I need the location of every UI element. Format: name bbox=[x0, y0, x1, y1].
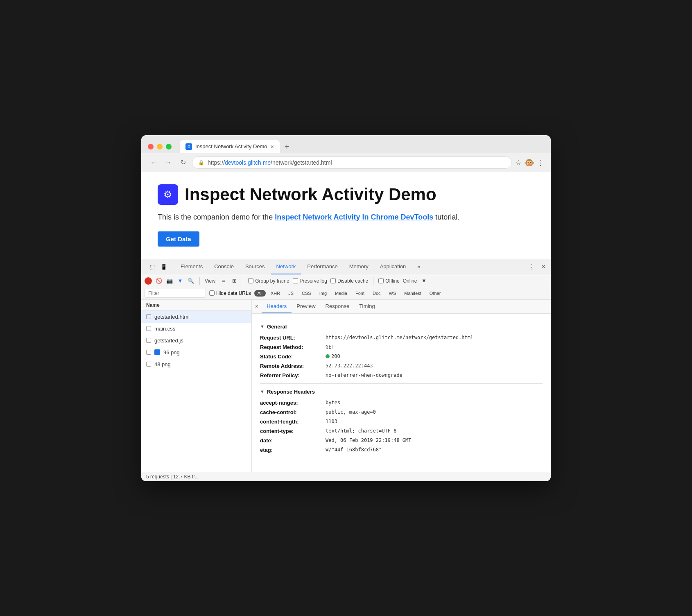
file-name: 96.png bbox=[163, 349, 180, 356]
tab-performance[interactable]: Performance bbox=[301, 259, 343, 274]
filter-tag-ws[interactable]: WS bbox=[386, 290, 400, 297]
devtools-more-icon[interactable]: ⋮ bbox=[526, 261, 536, 273]
address-bar: ← → ↻ 🔒 https://devtools.glitch.me/netwo… bbox=[141, 153, 551, 172]
details-close-icon[interactable]: × bbox=[255, 303, 258, 310]
section-divider bbox=[260, 383, 543, 384]
search-icon[interactable]: 🔍 bbox=[187, 277, 194, 285]
tab-elements[interactable]: Elements bbox=[175, 259, 208, 274]
detail-value-status: 200 bbox=[326, 353, 340, 360]
filter-tag-js[interactable]: JS bbox=[285, 290, 297, 297]
file-name: main.css bbox=[154, 326, 175, 332]
details-tab-headers[interactable]: Headers bbox=[262, 300, 292, 313]
list-item[interactable]: main.css bbox=[141, 323, 251, 335]
subtitle-after: tutorial. bbox=[435, 213, 459, 221]
record-button[interactable] bbox=[145, 277, 152, 285]
page-title: Inspect Network Activity Demo bbox=[185, 185, 436, 204]
response-headers-toggle[interactable]: ▼ bbox=[260, 389, 265, 394]
detail-row-content-length: content-length: 1103 bbox=[260, 417, 543, 426]
url-path: /network/getstarted.html bbox=[271, 159, 332, 166]
detail-value-etag: W/"44f-168bf8cd768" bbox=[326, 447, 382, 453]
tab-sources[interactable]: Sources bbox=[240, 259, 271, 274]
tab-close-icon[interactable]: × bbox=[271, 144, 274, 149]
detail-value-cache-control: public, max-age=0 bbox=[326, 409, 376, 415]
window-controls bbox=[148, 144, 172, 149]
filter-tag-media[interactable]: Media bbox=[332, 290, 351, 297]
menu-icon[interactable]: ⋮ bbox=[537, 158, 544, 167]
detail-value-method: GET bbox=[326, 344, 335, 350]
tutorial-link[interactable]: Inspect Network Activity In Chrome DevTo… bbox=[275, 213, 433, 221]
disable-cache-checkbox[interactable]: Disable cache bbox=[330, 278, 368, 284]
file-name: getstarted.js bbox=[154, 337, 183, 344]
url-protocol: https:// bbox=[208, 159, 225, 166]
maximize-button[interactable] bbox=[166, 144, 172, 149]
filter-tag-all[interactable]: All bbox=[254, 290, 266, 297]
detail-row-date: date: Wed, 06 Feb 2019 22:19:48 GMT bbox=[260, 436, 543, 445]
group-by-frame-checkbox[interactable]: Group by frame bbox=[248, 278, 289, 284]
list-view-icon[interactable]: ≡ bbox=[220, 277, 227, 285]
tab-console[interactable]: Console bbox=[208, 259, 240, 274]
detail-key-remote: Remote Address: bbox=[260, 363, 326, 369]
tab-memory[interactable]: Memory bbox=[344, 259, 374, 274]
grid-view-icon[interactable]: ⊞ bbox=[231, 277, 238, 285]
tab-network[interactable]: Network bbox=[271, 259, 302, 274]
tab-bar: ⚙ Inspect Network Activity Demo × + bbox=[180, 140, 544, 153]
throttle-dropdown-icon[interactable]: ▼ bbox=[420, 277, 427, 285]
new-tab-button[interactable]: + bbox=[281, 140, 293, 153]
filter-input[interactable] bbox=[145, 289, 206, 298]
filter-tag-doc[interactable]: Doc bbox=[369, 290, 384, 297]
tab-application[interactable]: Application bbox=[374, 259, 412, 274]
cursor-icon[interactable]: ⬚ bbox=[148, 263, 157, 272]
detail-row-cache-control: cache-control: public, max-age=0 bbox=[260, 408, 543, 417]
filter-tags: All XHR JS CSS Img Media Font Doc WS Man… bbox=[254, 290, 444, 297]
avatar-icon[interactable]: 🐵 bbox=[524, 158, 534, 168]
forward-button[interactable]: → bbox=[163, 157, 174, 168]
list-item[interactable]: getstarted.js bbox=[141, 335, 251, 346]
filter-tag-manifest[interactable]: Manifest bbox=[401, 290, 425, 297]
title-bar: ⚙ Inspect Network Activity Demo × + bbox=[141, 135, 551, 153]
tab-more[interactable]: » bbox=[412, 259, 426, 274]
hide-data-urls-label[interactable]: Hide data URLs bbox=[209, 290, 251, 296]
general-toggle[interactable]: ▼ bbox=[260, 324, 265, 329]
detail-key-cache-control: cache-control: bbox=[260, 409, 326, 415]
detail-row-remote: Remote Address: 52.73.222.22:443 bbox=[260, 361, 543, 371]
status-bar: 5 requests | 12.7 KB tr... bbox=[141, 472, 551, 481]
url-bar[interactable]: 🔒 https://devtools.glitch.me/network/get… bbox=[192, 156, 512, 169]
list-item[interactable]: 96.png bbox=[141, 346, 251, 358]
list-item[interactable]: 48.png bbox=[141, 358, 251, 370]
minimize-button[interactable] bbox=[157, 144, 163, 149]
close-button[interactable] bbox=[148, 144, 154, 149]
filter-tag-img[interactable]: Img bbox=[316, 290, 330, 297]
get-data-button[interactable]: Get Data bbox=[158, 231, 199, 247]
detail-row-etag: etag: W/"44f-168bf8cd768" bbox=[260, 445, 543, 455]
details-tab-response[interactable]: Response bbox=[321, 300, 355, 313]
clear-icon[interactable]: 🚫 bbox=[155, 277, 163, 285]
page-content: ⚙ Inspect Network Activity Demo This is … bbox=[141, 172, 551, 259]
filter-icon[interactable]: ▼ bbox=[176, 277, 184, 285]
filter-tag-css[interactable]: CSS bbox=[299, 290, 314, 297]
back-button[interactable]: ← bbox=[148, 157, 159, 168]
detail-key-etag: etag: bbox=[260, 447, 326, 453]
details-tab-preview[interactable]: Preview bbox=[292, 300, 320, 313]
star-icon[interactable]: ☆ bbox=[515, 158, 522, 167]
filter-tag-other[interactable]: Other bbox=[426, 290, 444, 297]
devtools-close-icon[interactable]: × bbox=[540, 261, 547, 273]
status-text: 5 requests | 12.7 KB tr... bbox=[146, 474, 199, 480]
active-tab[interactable]: ⚙ Inspect Network Activity Demo × bbox=[180, 140, 280, 153]
refresh-button[interactable]: ↻ bbox=[177, 157, 189, 168]
detail-key-method: Request Method: bbox=[260, 344, 326, 350]
details-panel: × Headers Preview Response Timing ▼ Gene… bbox=[252, 300, 551, 472]
browser-window: ⚙ Inspect Network Activity Demo × + ← → … bbox=[141, 135, 551, 481]
camera-icon[interactable]: 📷 bbox=[166, 277, 173, 285]
preserve-log-checkbox[interactable]: Preserve log bbox=[293, 278, 327, 284]
detail-value-remote: 52.73.222.22:443 bbox=[326, 363, 373, 369]
list-item[interactable]: getstarted.html bbox=[141, 311, 251, 323]
hide-data-urls-checkbox[interactable] bbox=[209, 290, 215, 296]
filter-tag-xhr[interactable]: XHR bbox=[267, 290, 283, 297]
devtools-tabs: ⬚ 📱 Elements Console Sources Network Per… bbox=[141, 259, 551, 275]
details-tab-timing[interactable]: Timing bbox=[354, 300, 380, 313]
detail-value-accept-ranges: bytes bbox=[326, 400, 340, 406]
page-header: ⚙ Inspect Network Activity Demo bbox=[158, 184, 534, 205]
offline-checkbox[interactable]: Offline bbox=[378, 278, 399, 284]
device-icon[interactable]: 📱 bbox=[159, 263, 168, 272]
filter-tag-font[interactable]: Font bbox=[352, 290, 368, 297]
